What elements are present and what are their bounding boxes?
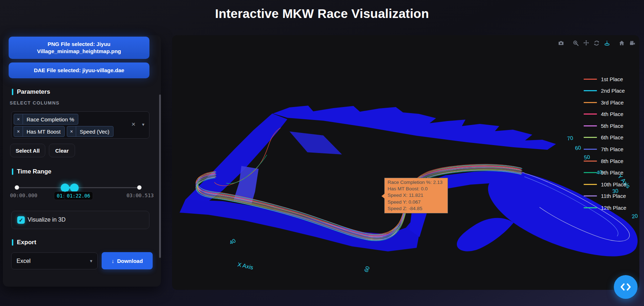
legend-label: 2nd Place (601, 88, 625, 94)
slider-min-dot (15, 185, 19, 190)
y-axis-tick: 20 (631, 213, 638, 219)
y-axis-tick: 60 (575, 144, 582, 151)
accent-bar (12, 239, 13, 246)
legend-swatch (584, 102, 597, 103)
legend-label: 11th Place (601, 193, 626, 199)
visualize-3d-checkbox[interactable]: ✓ (17, 216, 25, 224)
dae-file-button[interactable]: DAE File selected: jiyuu-village.dae (9, 62, 149, 78)
legend-swatch (584, 90, 597, 91)
legend-item[interactable]: 12th Place (584, 205, 626, 211)
legend-item[interactable]: 8th Place (584, 158, 626, 164)
time-range-slider (17, 184, 139, 192)
orbit-rotation-icon[interactable] (593, 40, 600, 47)
tooltip-line: Speed Z: -84.85 (388, 205, 445, 212)
legend-item[interactable]: 9th Place (584, 170, 626, 176)
reset-camera-last-save-icon[interactable] (629, 40, 636, 47)
legend-swatch (584, 113, 597, 115)
legend-swatch (584, 79, 597, 80)
race-3d-plot: z 1st Place 2nd Place 3rd Place 4th Plac… (172, 35, 639, 290)
export-format-value: Excel (17, 258, 31, 264)
tooltip-line: Speed Y: 0.067 (388, 199, 445, 205)
png-file-button[interactable]: PNG File selected: Jiyuu Village_minimap… (9, 37, 149, 59)
chip-remove-icon[interactable]: × (67, 126, 76, 136)
legend-item[interactable]: 4th Place (584, 111, 626, 117)
export-format-select[interactable]: Excel ▾ (11, 252, 98, 269)
zoom-3d-icon[interactable] (572, 40, 579, 47)
sidebar-scrollbar[interactable] (159, 94, 161, 258)
page-title: Interactive MKW Race Visualization (0, 6, 644, 21)
chevron-down-icon[interactable]: ▾ (142, 122, 144, 127)
chevron-down-icon: ▾ (90, 258, 92, 264)
legend-label: 12th Place (601, 205, 626, 211)
legend-label: 10th Place (601, 181, 626, 187)
legend-swatch (584, 195, 597, 196)
accent-bar (12, 89, 13, 95)
reset-camera-home-icon[interactable] (618, 40, 625, 47)
legend: 1st Place 2nd Place 3rd Place 4th Place … (584, 76, 626, 211)
slider-value-tooltip-right: 01:22.06 (64, 191, 93, 200)
parameters-header: Parameters (12, 88, 50, 96)
code-icon (620, 282, 632, 292)
controls-sidebar: PNG File selected: Jiyuu Village_minimap… (3, 35, 161, 287)
camera-snapshot-icon[interactable] (557, 40, 565, 47)
clear-button[interactable]: Clear (49, 144, 75, 157)
chip-label: Has MT Boost (23, 126, 64, 136)
code-fab-button[interactable] (614, 275, 638, 299)
legend-label: 8th Place (601, 158, 624, 164)
time-range-header: Time Range (12, 168, 51, 175)
svg-text:z: z (607, 40, 608, 42)
download-icon: ↓ (111, 258, 114, 264)
tooltip-line: Speed X: 11.821 (388, 192, 445, 199)
legend-swatch (584, 184, 597, 185)
column-chip: × Race Completion % (14, 114, 78, 125)
legend-item[interactable]: 10th Place (584, 181, 626, 187)
legend-label: 5th Place (601, 123, 624, 129)
clear-all-icon[interactable]: × (131, 120, 135, 128)
legend-item[interactable]: 7th Place (584, 146, 626, 153)
select-columns-label: SELECT COLUMNS (10, 100, 60, 106)
legend-swatch (584, 137, 597, 138)
slider-handle-end[interactable] (70, 184, 79, 192)
visualize-3d-card: ✓ Visualize in 3D (11, 211, 149, 229)
legend-item[interactable]: 5th Place (584, 122, 626, 129)
column-chip: × Speed (Vec) (67, 126, 113, 137)
column-chip: × Has MT Boost (14, 126, 65, 137)
chip-label: Race Completion % (23, 114, 78, 124)
time-range-min-label: 00:00.000 (10, 193, 37, 198)
slider-handle-start[interactable] (61, 184, 69, 192)
accent-bar (12, 168, 13, 175)
legend-label: 9th Place (601, 170, 624, 176)
download-button[interactable]: ↓ Download (102, 252, 153, 269)
legend-label: 4th Place (601, 111, 624, 117)
y-axis-tick: 70 (567, 135, 574, 142)
legend-swatch (584, 172, 597, 173)
legend-label: 1st Place (601, 76, 623, 82)
select-all-button[interactable]: Select All (10, 144, 45, 157)
turntable-rotation-icon[interactable]: z (603, 40, 611, 47)
chip-remove-icon[interactable]: × (14, 126, 23, 136)
hover-tooltip: Race Completion %: 2.13 Has MT Boost: 0.… (384, 178, 448, 213)
legend-label: 6th Place (601, 134, 624, 140)
chip-label: Speed (Vec) (76, 126, 113, 136)
tooltip-line: Has MT Boost: 0.0 (388, 186, 445, 192)
pan-3d-icon[interactable] (583, 40, 590, 47)
legend-item[interactable]: 3rd Place (584, 99, 626, 106)
legend-swatch (584, 207, 597, 208)
chip-remove-icon[interactable]: × (14, 114, 23, 124)
tooltip-line: Race Completion %: 2.13 (388, 179, 445, 186)
legend-label: 3rd Place (601, 99, 624, 106)
slider-max-dot (137, 185, 142, 190)
export-header: Export (12, 239, 36, 246)
legend-swatch (584, 125, 597, 126)
time-range-max-label: 03:00.513 (126, 193, 154, 198)
legend-item[interactable]: 2nd Place (584, 88, 626, 94)
track-3d-scene[interactable] (172, 35, 639, 290)
columns-multiselect[interactable]: × Race Completion % × Has MT Boost × Spe… (11, 111, 149, 139)
legend-item[interactable]: 6th Place (584, 134, 626, 141)
legend-item[interactable]: 11th Place (584, 193, 626, 199)
app-window: Interactive MKW Race Visualization PNG F… (0, 0, 644, 306)
legend-swatch (584, 149, 597, 150)
visualize-3d-label: Visualize in 3D (28, 217, 66, 223)
legend-item[interactable]: 1st Place (584, 76, 626, 82)
tooltip-pointer (381, 194, 385, 199)
